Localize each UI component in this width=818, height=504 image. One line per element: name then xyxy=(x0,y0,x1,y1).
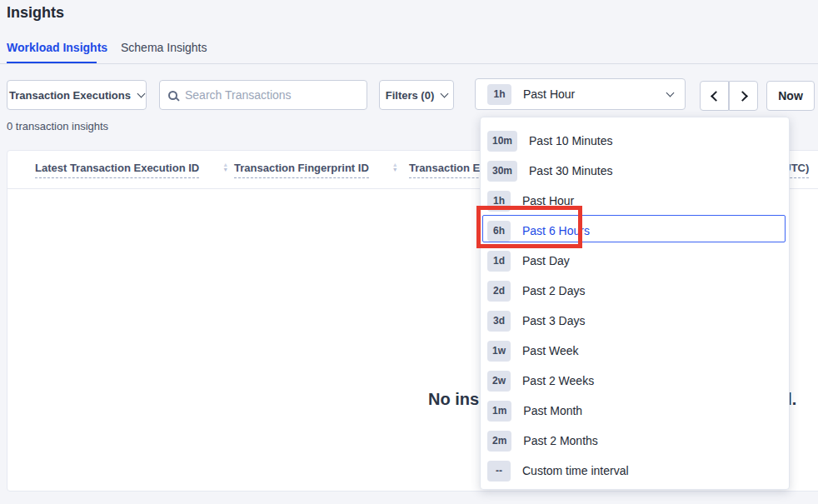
time-option-badge: 1w xyxy=(487,341,511,362)
time-option-badge: 1h xyxy=(487,191,511,212)
time-option-badge: 1m xyxy=(487,401,511,422)
time-option[interactable]: -- Custom time interval xyxy=(481,456,789,486)
tabs-divider xyxy=(0,63,818,64)
chevron-down-icon xyxy=(666,88,675,97)
time-pager xyxy=(700,81,758,111)
column-header-label: Transaction Fingerprint ID xyxy=(234,162,369,178)
time-option-badge: 1d xyxy=(487,251,511,272)
time-option-badge: -- xyxy=(487,461,511,482)
time-interval-select[interactable]: 1h Past Hour xyxy=(475,78,686,110)
time-option[interactable]: 6h Past 6 Hours xyxy=(481,216,789,246)
transaction-type-label: Transaction Executions xyxy=(9,89,131,102)
time-option-label: Past 6 Hours xyxy=(522,224,590,237)
time-option-label: Past Day xyxy=(522,254,570,267)
chevron-down-icon xyxy=(137,89,146,97)
time-option-label: Past 2 Weeks xyxy=(522,374,594,387)
transaction-type-select[interactable]: Transaction Executions xyxy=(7,80,147,110)
page-title: Insights xyxy=(7,4,64,22)
time-option-badge: 6h xyxy=(487,221,511,242)
time-option[interactable]: 10m Past 10 Minutes xyxy=(481,126,789,156)
time-option[interactable]: 3d Past 3 Days xyxy=(481,306,789,336)
time-option-label: Past 30 Minutes xyxy=(529,164,612,177)
sort-icon[interactable]: ▲▼ xyxy=(392,162,398,172)
time-option[interactable]: 2m Past 2 Months xyxy=(481,426,789,456)
column-header-label: Latest Transaction Execution ID xyxy=(35,162,199,178)
previous-interval-button[interactable] xyxy=(700,81,729,111)
time-option-badge: 2w xyxy=(487,371,511,392)
time-option[interactable]: 1d Past Day xyxy=(481,246,789,276)
chevron-left-icon xyxy=(711,91,721,102)
time-option[interactable]: 1h Past Hour xyxy=(481,186,789,216)
time-option-label: Past Week xyxy=(522,344,578,357)
time-option[interactable]: 1w Past Week xyxy=(481,336,789,366)
now-button[interactable]: Now xyxy=(766,81,815,111)
time-interval-badge: 1h xyxy=(487,84,511,105)
time-option-label: Past 2 Days xyxy=(522,284,585,297)
time-option-label: Custom time interval xyxy=(522,464,629,477)
filters-label: Filters (0) xyxy=(386,89,435,102)
tab-schema-insights[interactable]: Schema Insights xyxy=(121,41,207,54)
time-option[interactable]: 2w Past 2 Weeks xyxy=(481,366,789,396)
time-option-label: Past Month xyxy=(523,404,582,417)
search-box[interactable] xyxy=(159,80,367,110)
sort-icon[interactable]: ▲▼ xyxy=(222,162,228,172)
chevron-down-icon xyxy=(441,89,449,97)
time-option[interactable]: 30m Past 30 Minutes xyxy=(481,156,789,186)
filters-button[interactable]: Filters (0) xyxy=(379,80,454,110)
time-option-badge: 2d xyxy=(487,281,511,302)
next-interval-button[interactable] xyxy=(729,81,758,111)
insights-count: 0 transaction insights xyxy=(7,120,108,132)
search-icon xyxy=(168,91,177,100)
time-option-badge: 2m xyxy=(487,431,511,452)
time-interval-dropdown: 10m Past 10 Minutes 30m Past 30 Minutes … xyxy=(480,117,790,490)
search-input[interactable] xyxy=(185,88,358,102)
time-option-label: Past 3 Days xyxy=(522,314,585,327)
time-option[interactable]: 1m Past Month xyxy=(481,396,789,426)
table-column-header[interactable]: Latest Transaction Execution ID ▲▼ xyxy=(35,162,228,178)
time-option-label: Past Hour xyxy=(522,194,574,207)
time-option-list: 10m Past 10 Minutes 30m Past 30 Minutes … xyxy=(481,126,789,486)
time-option-badge: 30m xyxy=(487,161,517,182)
chevron-right-icon xyxy=(737,91,748,102)
table-column-header[interactable]: Transaction Fingerprint ID ▲▼ xyxy=(234,162,398,178)
time-interval-label: Past Hour xyxy=(523,87,656,101)
time-option-label: Past 2 Months xyxy=(523,434,598,447)
time-option-badge: 3d xyxy=(487,311,511,332)
tab-workload-insights[interactable]: Workload Insights xyxy=(7,41,107,54)
time-option-label: Past 10 Minutes xyxy=(529,134,612,147)
time-option-badge: 10m xyxy=(487,131,517,152)
time-option[interactable]: 2d Past 2 Days xyxy=(481,276,789,306)
